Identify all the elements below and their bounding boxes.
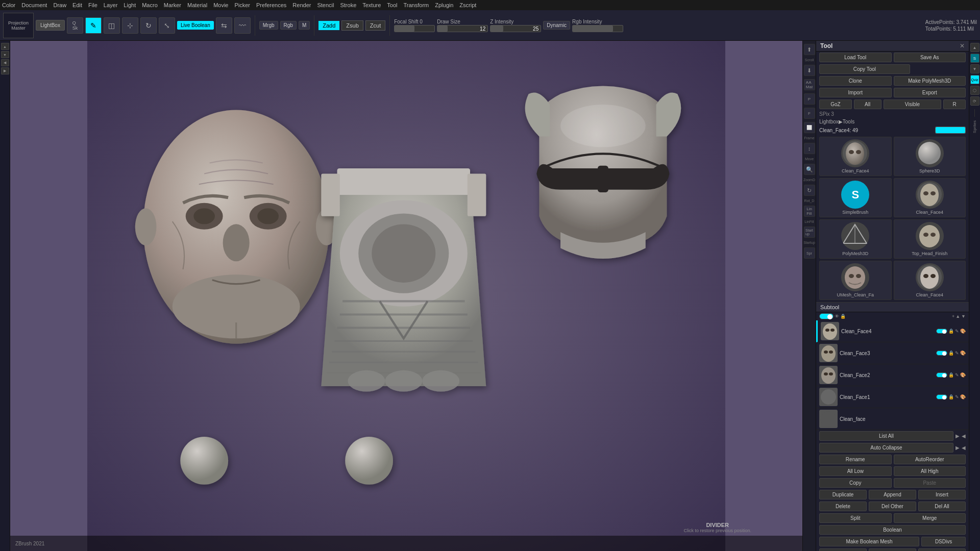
remesh-btn[interactable]: Remesh — [819, 548, 867, 551]
auto-collapse-btn[interactable]: Auto Collapse — [819, 443, 953, 453]
del-other-btn[interactable]: Del Other — [869, 502, 916, 511]
projection-master-btn[interactable]: Projection Master — [3, 13, 34, 38]
visible-btn[interactable]: Visible — [884, 99, 942, 109]
live-boolean-btn[interactable]: Live Boolean — [177, 21, 214, 30]
scale-btn[interactable]: ⤡ — [159, 17, 175, 34]
export-btn[interactable]: Export — [894, 88, 966, 97]
extract-btn[interactable]: Extract — [918, 548, 966, 551]
menu-item-stencil[interactable]: Stencil — [317, 2, 334, 8]
menu-item-zscript[interactable]: Zscript — [459, 2, 476, 8]
subtool-color-3[interactable]: 🎨 — [960, 394, 966, 399]
split-btn[interactable]: Split — [819, 513, 892, 523]
floor-btn[interactable]: F — [804, 108, 815, 119]
tool-item-clean-face4-last[interactable]: Clean_Face4 — [894, 261, 966, 300]
menu-item-draw[interactable]: Draw — [53, 2, 66, 8]
sprites-btn[interactable]: Spr — [804, 247, 815, 259]
subtool-color-0[interactable]: 🎨 — [960, 329, 966, 334]
append-btn[interactable]: Append — [869, 490, 916, 499]
rs-btn-4[interactable]: ⬡ — [970, 86, 979, 95]
copy-btn[interactable]: Copy — [819, 478, 892, 488]
subtool-eye-0[interactable] — [936, 329, 947, 334]
menu-item-document[interactable]: Document — [21, 2, 47, 8]
move-mode-btn[interactable]: ⊹ — [122, 17, 138, 34]
lin-fill-btn[interactable]: LinFill — [804, 206, 815, 217]
insert-btn[interactable]: Insert — [918, 490, 966, 499]
r-btn[interactable]: R — [943, 99, 966, 109]
menu-item-zplugin[interactable]: Zplugin — [435, 2, 453, 8]
sculpt-btn[interactable]: ✎ — [85, 17, 102, 34]
frame-btn[interactable]: ⬜ — [804, 122, 815, 133]
menu-item-color[interactable]: Color — [2, 2, 15, 8]
menu-item-material[interactable]: Material — [187, 2, 207, 8]
focal-shift-slider[interactable] — [394, 25, 435, 32]
rename-btn[interactable]: Rename — [819, 455, 892, 464]
tool-item-polymesh3d[interactable]: PolyMesh3D — [819, 219, 892, 259]
all-btn[interactable]: All — [854, 99, 881, 109]
quick-sketch-btn[interactable]: QSk — [67, 17, 83, 34]
menu-item-picker[interactable]: Picker — [234, 2, 250, 8]
scroll-up-btn[interactable]: ⬆ — [804, 44, 815, 55]
lightbox-btn[interactable]: LightBox — [36, 20, 65, 31]
rgb-intensity-slider[interactable] — [572, 25, 623, 32]
duplicate-btn[interactable]: Duplicate — [819, 490, 867, 499]
subtool-edit-1[interactable]: ✎ — [955, 350, 959, 356]
merge-btn[interactable]: Merge — [894, 513, 966, 523]
load-tool-btn[interactable]: Load Tool — [819, 53, 892, 62]
subtool-lock-0[interactable]: 🔒 — [948, 329, 954, 334]
clone-btn[interactable]: Clone — [819, 76, 892, 86]
tool-item-umesh[interactable]: UMesh_Clean_Fa — [819, 261, 892, 300]
del-all-btn[interactable]: Del All — [918, 502, 966, 511]
aamat-btn[interactable]: AAMat — [804, 79, 815, 90]
left-btn-4[interactable]: ▶ — [1, 67, 9, 74]
subtool-eye-2[interactable] — [936, 372, 947, 378]
rs-btn-3[interactable]: ▼ — [970, 64, 979, 73]
auto-collapse-arrow[interactable]: ▶ — [955, 445, 960, 450]
subtool-color-1[interactable]: 🎨 — [960, 350, 966, 356]
auto-reorder-btn[interactable]: AutoReorder — [894, 455, 966, 464]
make-polymesh-btn[interactable]: Make PolyMesh3D — [894, 76, 966, 86]
subtool-eye-1[interactable] — [936, 350, 947, 356]
m-btn[interactable]: M — [299, 21, 310, 30]
zadd-btn[interactable]: Zadd — [318, 21, 339, 30]
rs-btn-5[interactable]: ⟳ — [970, 96, 979, 106]
tool-item-sphere3d[interactable]: Sphere3D — [894, 137, 966, 176]
tool-item-clean-face4[interactable]: Clean_Face4 — [819, 137, 892, 176]
subtool-lock-1[interactable]: 🔒 — [948, 350, 954, 356]
clean-face4-slider[interactable] — [935, 127, 966, 134]
move-btn[interactable]: ↕ — [804, 143, 815, 154]
menu-item-preferences[interactable]: Preferences — [256, 2, 286, 8]
zoom-btn[interactable]: 🔍 — [804, 164, 815, 175]
rs-btn-2[interactable]: S — [970, 54, 979, 63]
menu-item-file[interactable]: File — [88, 2, 97, 8]
auto-collapse-arrow2[interactable]: ◀ — [962, 445, 966, 450]
menu-item-movie[interactable]: Movie — [213, 2, 228, 8]
list-all-arrow2[interactable]: ◀ — [962, 433, 966, 439]
menu-item-light[interactable]: Light — [124, 2, 136, 8]
subtool-item-clean-face2[interactable]: Clean_Face2 🔒 ✎ 🎨 — [816, 364, 969, 386]
draw-size-slider[interactable]: 12 — [437, 25, 488, 32]
mrgb-btn[interactable]: Mrgb — [259, 21, 278, 30]
subtool-lock-3[interactable]: 🔒 — [948, 394, 954, 399]
rs-btn-quiz[interactable]: Qviz — [970, 75, 979, 84]
draw-mode-btn[interactable]: ◫ — [104, 17, 120, 34]
startup-btn[interactable]: Startup — [804, 227, 815, 238]
all-low-btn[interactable]: All Low — [819, 466, 892, 476]
subtool-toggle[interactable] — [819, 313, 834, 319]
project-btn[interactable]: Project — [869, 548, 916, 551]
menu-item-stroke[interactable]: Stroke — [340, 2, 356, 8]
left-btn-2[interactable]: ▼ — [1, 51, 9, 58]
menu-item-edit[interactable]: Edit — [72, 2, 82, 8]
menu-item-layer[interactable]: Layer — [104, 2, 118, 8]
subtool-edit-0[interactable]: ✎ — [955, 329, 959, 334]
rs-btn-1[interactable]: ▲ — [970, 43, 979, 52]
list-all-btn[interactable]: List All — [819, 431, 953, 441]
left-btn-3[interactable]: ◀ — [1, 59, 9, 66]
subtool-item-clean-face[interactable]: Clean_face — [816, 408, 969, 430]
subtool-edit-3[interactable]: ✎ — [955, 394, 959, 399]
goz-btn[interactable]: GoZ — [819, 99, 852, 109]
symmetry-btn[interactable]: ⇆ — [216, 17, 232, 34]
subtool-eye-3[interactable] — [936, 394, 947, 399]
menu-item-marker[interactable]: Marker — [164, 2, 181, 8]
copy-tool-btn[interactable]: Copy Tool — [819, 64, 910, 74]
persp-btn[interactable]: P — [804, 93, 815, 105]
